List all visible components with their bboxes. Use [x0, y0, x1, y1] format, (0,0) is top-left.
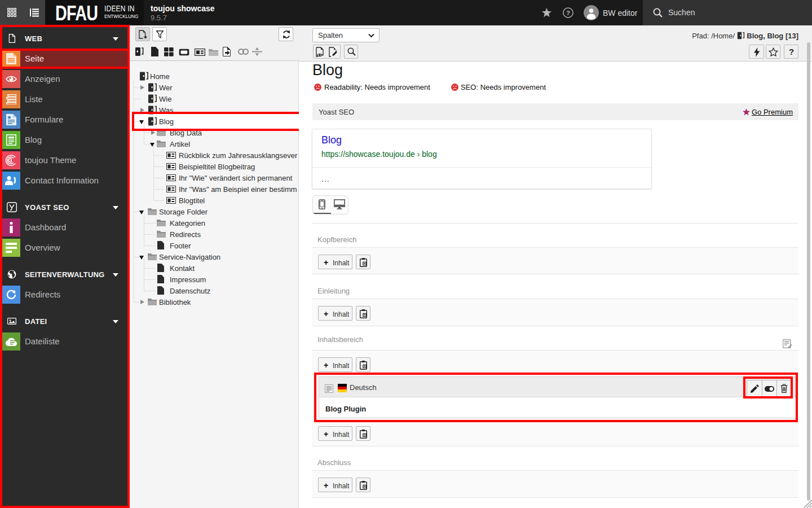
svg-text:?: ?: [566, 10, 570, 16]
